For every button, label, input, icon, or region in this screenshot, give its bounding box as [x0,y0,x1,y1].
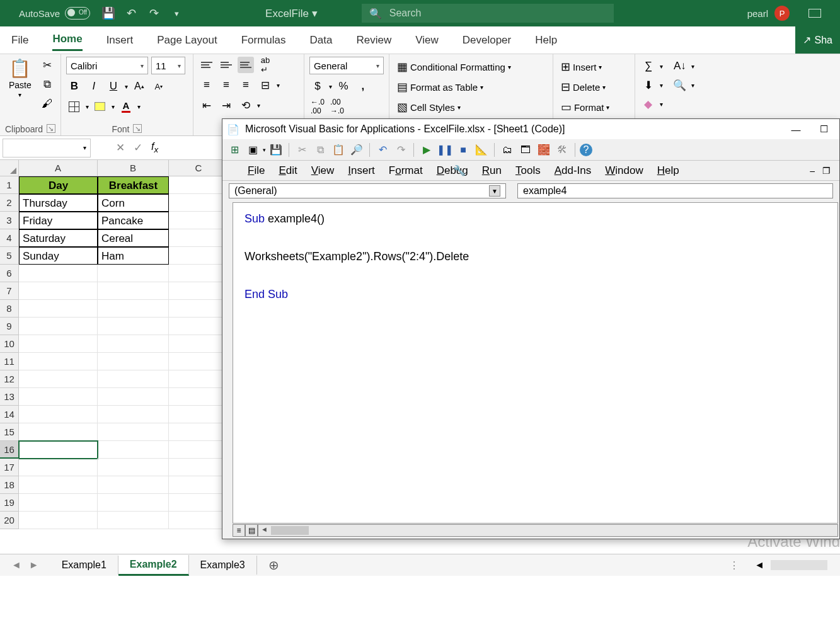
chevron-down-icon[interactable]: ▾ [112,103,115,110]
cell[interactable]: Thursday [19,194,98,212]
tab-file[interactable]: File [11,30,28,50]
format-as-table-button[interactable]: ▤Format as Table ▾ [394,78,486,96]
cell[interactable] [169,370,229,388]
vba-menu-format[interactable]: Format [389,164,423,177]
add-sheet-button[interactable]: ⊕ [257,558,291,573]
autosave-toggle[interactable]: AutoSave [19,7,90,20]
insert-cells-button[interactable]: ⊞Insert ▾ [558,58,605,76]
format-cells-button[interactable]: ▭Format ▾ [558,98,613,116]
cell[interactable]: Breakfast [98,176,169,194]
cut-icon[interactable]: ✂ [39,57,55,73]
cell[interactable]: Day [19,176,98,194]
merge-button[interactable]: ⊟ [257,77,273,93]
vba-toolbox-icon[interactable]: 🛠 [554,142,570,158]
ribbon-mode-icon[interactable] [808,9,821,18]
select-all-corner[interactable] [0,160,19,176]
cell[interactable] [169,494,229,512]
shrink-font-icon[interactable]: A▾ [151,78,167,94]
vba-object-combo[interactable]: (General)▼ [229,183,506,198]
vba-copy-icon[interactable]: ⧉ [312,142,328,158]
chevron-down-icon[interactable]: ▾ [137,103,141,110]
vba-hscrollbar[interactable] [258,524,838,537]
font-size-combo[interactable]: 11▾ [151,57,185,74]
paste-button[interactable]: 📋 Paste ▾ [5,57,35,100]
underline-button[interactable]: U [105,78,122,94]
tab-insert[interactable]: Insert [106,30,134,50]
vba-project-icon[interactable]: 🗂 [499,142,515,158]
cell[interactable] [98,370,169,388]
cell[interactable] [19,476,98,494]
row-header[interactable]: 14 [0,406,19,423]
vba-procedure-combo[interactable]: example4 [517,183,833,198]
vba-menu-edit[interactable]: Edit [279,164,297,177]
decrease-decimal-icon[interactable]: .00→.0 [329,98,345,115]
chevron-down-icon[interactable]: ▾ [86,103,89,110]
vba-paste-icon[interactable]: 📋 [330,142,347,158]
bold-button[interactable]: B [66,78,83,94]
row-header[interactable]: 2 [0,194,19,212]
save-icon[interactable]: 💾 [101,6,115,20]
number-format-combo[interactable]: General▾ [309,57,384,74]
cell[interactable] [98,476,169,494]
borders-button[interactable] [66,98,83,115]
chevron-down-icon[interactable]: ▾ [277,82,280,89]
increase-indent-icon[interactable]: ⇥ [218,97,234,113]
row-header[interactable]: 15 [0,423,19,441]
chevron-down-icon[interactable]: ▾ [329,83,332,90]
grow-font-icon[interactable]: A▴ [131,78,147,94]
col-header-a[interactable]: A [19,160,98,176]
cell[interactable] [98,494,169,512]
scrollbar-thumb[interactable] [271,526,309,535]
cell[interactable] [98,441,169,459]
row-header[interactable]: 9 [0,318,19,335]
mdi-minimize-icon[interactable]: – [810,166,815,176]
align-top-icon[interactable] [198,57,215,73]
increase-decimal-icon[interactable]: ←.0.00 [309,98,326,115]
sort-filter-icon[interactable]: A↓ [672,58,688,74]
chevron-down-icon[interactable]: ▾ [660,82,663,89]
row-header[interactable]: 3 [0,212,19,229]
col-header-c[interactable]: C [169,160,229,176]
cell[interactable] [169,194,229,212]
redo-icon[interactable]: ↷ [147,6,161,20]
full-module-view-icon[interactable]: ▤ [245,524,258,537]
col-header-b[interactable]: B [98,160,169,176]
vba-menu-insert[interactable]: Insert [348,164,375,177]
cell[interactable] [169,388,229,406]
cell[interactable] [169,406,229,423]
cell[interactable] [169,423,229,441]
cell[interactable] [169,265,229,282]
row-header[interactable]: 12 [0,370,19,388]
vba-code-window-icon[interactable]: 🔧 [453,164,466,176]
row-header[interactable]: 6 [0,265,19,282]
row-header[interactable]: 18 [0,476,19,494]
chevron-down-icon[interactable]: ▾ [691,82,694,89]
vba-cut-icon[interactable]: ✂ [294,142,310,158]
align-left-icon[interactable]: ≡ [198,77,215,93]
cell[interactable] [19,441,98,459]
fx-icon[interactable]: fx [151,141,158,154]
cell[interactable] [19,494,98,512]
cell[interactable] [169,335,229,353]
cell[interactable] [98,512,169,529]
chevron-down-icon[interactable]: ▾ [660,101,663,108]
align-bottom-icon[interactable] [238,57,254,73]
conditional-formatting-button[interactable]: ▦Conditional Formatting ▾ [394,58,514,76]
tab-home[interactable]: Home [52,29,82,51]
tab-review[interactable]: Review [356,30,391,50]
cell[interactable] [98,406,169,423]
cell[interactable] [19,335,98,353]
vba-code-editor[interactable]: Sub example4() Worksheets("Example2").Ro… [233,202,838,524]
sheet-tab-example3[interactable]: Example3 [189,556,257,575]
name-box[interactable]: ▾ [3,139,91,158]
vba-menu-file[interactable]: File [248,164,265,177]
clear-icon[interactable]: ◆ [640,96,657,112]
dialog-launcher-icon[interactable]: ↘ [133,124,142,133]
user-avatar-icon[interactable]: P [774,6,790,21]
tab-formulas[interactable]: Formulas [241,30,286,50]
chevron-down-icon[interactable]: ▾ [257,102,260,109]
autosum-icon[interactable]: ∑ [640,58,657,74]
vba-view-toggle[interactable]: ≡▤ [233,524,258,537]
enter-formula-icon[interactable]: ✓ [134,141,142,154]
chevron-down-icon[interactable]: ▾ [660,63,663,70]
